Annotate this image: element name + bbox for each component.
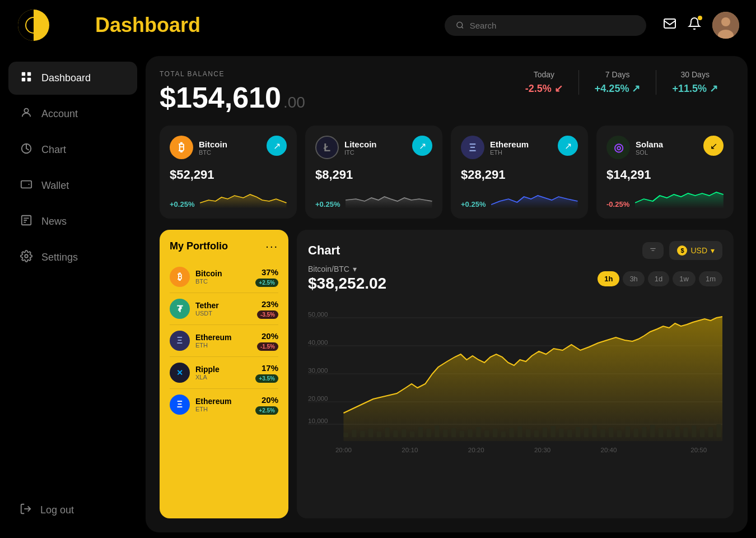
eth-price: $28,291	[461, 168, 578, 182]
logo	[17, 8, 50, 42]
bottom-section: My Portfolio ··· ₿ Bitcoin BTC 37% +2.5%	[160, 230, 734, 518]
svg-rect-10	[27, 78, 31, 81]
time-btn-1m[interactable]: 1m	[699, 271, 722, 286]
svg-rect-39	[418, 427, 423, 437]
sidebar-label-dashboard: Dashboard	[41, 72, 91, 84]
time-btn-3h[interactable]: 3h	[623, 271, 644, 286]
balance-amount: $154,610 .00	[160, 81, 305, 114]
sidebar-label-wallet: Wallet	[41, 180, 69, 192]
portfolio-item-btc[interactable]: ₿ Bitcoin BTC 37% +2.5%	[170, 261, 278, 293]
stat-period-today: Today	[525, 70, 563, 79]
portfolio-more-button[interactable]: ···	[265, 240, 278, 253]
balance-left: TOTAL BALANCE $154,610 .00	[160, 70, 305, 114]
svg-rect-45	[468, 429, 472, 437]
portfolio-card: My Portfolio ··· ₿ Bitcoin BTC 37% +2.5%	[160, 230, 288, 518]
sol-name: Solana	[636, 140, 663, 149]
portfolio-item-eth[interactable]: Ξ Ethereum ETH 20% -1.5%	[170, 325, 278, 357]
svg-rect-43	[451, 428, 456, 437]
ltc-icon: Ł	[315, 136, 339, 159]
logout-button[interactable]: Log out	[8, 494, 137, 527]
svg-rect-59	[584, 428, 589, 437]
sidebar-item-settings[interactable]: Settings	[8, 241, 137, 274]
time-buttons: 1h 3h 1d 1w 1m	[598, 271, 722, 286]
ltc-arrow: ↗	[412, 136, 432, 156]
stat-value-30days: +11.5% ↗	[672, 82, 718, 95]
time-btn-1w[interactable]: 1w	[673, 271, 696, 286]
portfolio-btc-info: Bitcoin BTC	[195, 269, 250, 285]
svg-text:20:40: 20:40	[601, 447, 617, 453]
sidebar-item-chart[interactable]: Chart	[8, 133, 137, 166]
sidebar-item-account[interactable]: Account	[8, 98, 137, 131]
svg-rect-7	[22, 72, 25, 76]
sol-price: $14,291	[606, 168, 724, 182]
svg-text:20:20: 20:20	[468, 447, 484, 453]
chart-filter-button[interactable]	[642, 242, 664, 259]
chart-pair-selector[interactable]: Bitcoin/BTC ▾	[308, 265, 386, 273]
chart-controls: $ USD ▾	[642, 241, 722, 260]
sidebar-label-settings: Settings	[41, 252, 78, 263]
crypto-cards: ₿ Bitcoin BTC ↗ $52,291 +0.25%	[160, 126, 734, 219]
portfolio-item-eth2[interactable]: Ξ Ethereum ETH 20% +2.5%	[170, 389, 278, 420]
svg-rect-3	[664, 19, 675, 28]
sidebar-item-news[interactable]: News	[8, 205, 137, 238]
crypto-card-eth[interactable]: Ξ Ethereum ETH ↗ $28,291 +0.25%	[451, 126, 588, 219]
notification-button[interactable]	[688, 17, 701, 34]
svg-point-5	[721, 17, 730, 26]
content: TOTAL BALANCE $154,610 .00 Today -2.5% ↙…	[146, 56, 748, 532]
portfolio-item-usdt[interactable]: ₮ Tether USDT 23% -3.5%	[170, 293, 278, 325]
svg-text:20:30: 20:30	[534, 447, 550, 453]
time-btn-1h[interactable]: 1h	[598, 271, 619, 286]
stat-value-7days: +4.25% ↗	[595, 82, 641, 95]
portfolio-eth-icon: Ξ	[170, 331, 190, 351]
svg-rect-60	[592, 425, 596, 437]
svg-rect-74	[708, 427, 713, 437]
svg-rect-30	[343, 433, 348, 437]
ltc-price: $8,291	[315, 168, 432, 182]
svg-point-2	[457, 22, 463, 27]
svg-rect-67	[650, 425, 655, 437]
chart-area: 50,000 40,000 30,000 20,000 10,000	[308, 301, 722, 458]
svg-rect-9	[22, 78, 25, 81]
search-input[interactable]	[470, 21, 635, 30]
time-btn-1d[interactable]: 1d	[648, 271, 669, 286]
sidebar-item-dashboard[interactable]: Dashboard	[8, 62, 137, 95]
sidebar-label-news: News	[41, 216, 67, 228]
header-icons	[663, 12, 739, 39]
btc-icon: ₿	[170, 136, 193, 159]
svg-rect-73	[700, 429, 704, 437]
stat-period-30days: 30 Days	[672, 70, 718, 79]
svg-rect-35	[385, 428, 389, 437]
news-icon	[20, 214, 33, 229]
crypto-card-ltc[interactable]: Ł Litecoin ITC ↗ $8,291 +0.25%	[305, 126, 442, 219]
portfolio-eth2-right: 20% +2.5%	[255, 395, 278, 415]
svg-rect-57	[567, 430, 572, 437]
account-icon	[20, 106, 33, 122]
portfolio-btc-icon: ₿	[170, 267, 190, 287]
mail-button[interactable]	[663, 17, 676, 34]
sidebar-item-wallet[interactable]: Wallet	[8, 169, 137, 202]
pair-chevron-icon: ▾	[353, 265, 357, 273]
btc-arrow: ↗	[267, 136, 287, 156]
sol-change: -0.25%	[606, 200, 629, 208]
sol-icon: ◎	[606, 136, 630, 159]
page-title: Dashboard	[95, 13, 445, 37]
logout-label: Log out	[40, 504, 74, 516]
crypto-card-sol[interactable]: ◎ Solana SOL ↙ $14,291 -0.25%	[596, 126, 734, 219]
chart-price: $38,252.02	[308, 275, 386, 293]
portfolio-item-xla[interactable]: ✕ Ripple XLA 17% +3.5%	[170, 357, 278, 389]
svg-rect-33	[368, 429, 373, 437]
portfolio-eth2-info: Ethereum ETH	[195, 397, 250, 412]
chart-pair-left: Bitcoin/BTC ▾ $38,252.02	[308, 265, 386, 293]
crypto-card-btc[interactable]: ₿ Bitcoin BTC ↗ $52,291 +0.25%	[160, 126, 297, 219]
svg-rect-61	[600, 429, 605, 437]
balance-section: TOTAL BALANCE $154,610 .00 Today -2.5% ↙…	[160, 70, 734, 114]
currency-button[interactable]: $ USD ▾	[669, 241, 722, 260]
sidebar-label-account: Account	[41, 108, 78, 120]
svg-rect-50	[509, 428, 514, 437]
svg-rect-42	[443, 430, 447, 437]
avatar[interactable]	[712, 12, 739, 39]
chart-card: Chart $ USD ▾	[297, 230, 734, 518]
eth-icon: Ξ	[461, 136, 484, 159]
search-bar[interactable]	[445, 15, 646, 36]
svg-rect-65	[633, 429, 638, 437]
